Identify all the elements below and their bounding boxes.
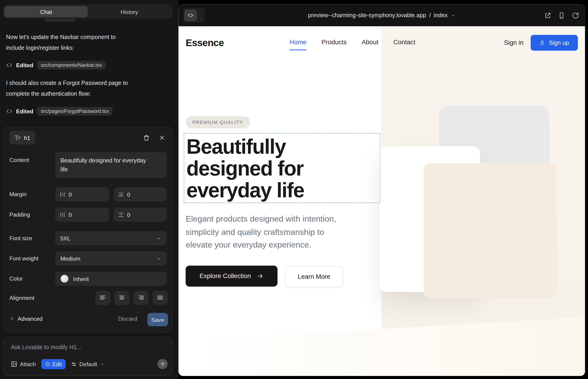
url-separator: / (429, 12, 431, 19)
close-icon[interactable] (156, 132, 168, 143)
tab-chat[interactable]: Chat (5, 6, 88, 17)
sign-up-label: Sign up (549, 39, 569, 46)
explore-collection-button[interactable]: Explore Collection (186, 266, 278, 287)
content-label: Content (9, 157, 29, 163)
app-root: Chat History Now let's update the Navbar… (0, 0, 588, 379)
color-swatch (60, 275, 69, 283)
cta-primary-label: Explore Collection (200, 272, 251, 280)
hero-heading-line: designed for (186, 158, 304, 179)
margin-x-input[interactable] (69, 191, 91, 198)
attach-label: Attach (20, 361, 36, 367)
arrow-right-icon (257, 273, 263, 279)
tab-history[interactable]: History (88, 6, 171, 17)
element-editor-panel: h1 Content Beautifully designed for ever… (3, 127, 172, 332)
chevron-down-icon (451, 13, 455, 18)
chevron-down-icon (156, 255, 162, 261)
code-icon (6, 108, 12, 114)
color-label: Color (9, 275, 23, 282)
mode-label: Default (79, 361, 97, 367)
margin-y-field[interactable] (113, 187, 167, 201)
chat-message-line: I should also create a Forgot Password p… (6, 77, 170, 88)
nav-link-contact[interactable]: Contact (393, 39, 415, 50)
chat-message-line: complete the authentication flow: (6, 88, 170, 99)
advanced-label: Advanced (18, 316, 43, 322)
align-right-button[interactable] (134, 291, 148, 305)
typography-icon (14, 134, 21, 141)
padding-x-field[interactable] (55, 207, 109, 222)
hero-description-line: Elegant products designed with intention… (186, 213, 336, 225)
mobile-view-icon[interactable] (558, 12, 565, 19)
hero-description: Elegant products designed with intention… (186, 213, 336, 252)
refresh-icon[interactable] (572, 12, 579, 19)
font-size-select[interactable]: 5XL (55, 231, 167, 245)
vertical-padding-icon (118, 212, 124, 218)
align-left-button[interactable] (95, 291, 110, 305)
padding-y-field[interactable] (113, 207, 167, 222)
decorative-card-beige (424, 163, 557, 298)
padding-x-input[interactable] (69, 211, 91, 218)
font-weight-label: Font weight (9, 255, 39, 262)
padding-label: Padding (9, 211, 30, 218)
content-textarea[interactable]: Beautifully designed for everyday life (55, 152, 167, 178)
chat-message: I should also create a Forgot Password p… (6, 77, 170, 99)
hero-heading-line: Beautifully (186, 136, 304, 158)
code-icon (6, 62, 12, 68)
sign-in-link[interactable]: Sign in (504, 39, 524, 47)
file-badge[interactable]: src/components/Navbar.tsx (37, 61, 106, 69)
send-button[interactable] (157, 359, 168, 369)
nav-link-products[interactable]: Products (322, 39, 347, 50)
sliders-icon (71, 361, 77, 367)
edited-label: Edited (16, 62, 33, 68)
align-center-button[interactable] (114, 291, 129, 305)
site-nav: Home Products About Contact (289, 39, 415, 50)
nav-link-about[interactable]: About (362, 39, 378, 50)
site-canvas: Essence Home Products About Contact Sign… (178, 26, 585, 376)
url-bar[interactable]: preview--charming-site-symphony.lovable.… (178, 5, 585, 26)
site-logo[interactable]: Essence (186, 37, 224, 49)
chevron-down-icon (100, 362, 105, 366)
learn-more-button[interactable]: Learn More (285, 266, 343, 287)
chevron-right-icon (9, 316, 14, 321)
chevron-down-icon (156, 235, 162, 241)
image-icon (11, 361, 17, 367)
premium-quality-badge: PREMIUM QUALITY (186, 116, 250, 128)
margin-label: Margin (9, 191, 27, 197)
sign-up-button[interactable]: Sign up (531, 35, 578, 51)
mode-select[interactable]: Default (71, 361, 105, 367)
target-icon (45, 362, 50, 367)
file-badge[interactable]: src/pages/ForgotPassword.tsx (37, 107, 113, 115)
font-weight-select[interactable]: Medium (55, 252, 167, 266)
hero-heading-line: everyday life (186, 179, 304, 201)
chat-message: Now let's update the Navbar component to… (6, 32, 170, 53)
discard-button[interactable]: Discard (118, 316, 137, 322)
element-tag-label: h1 (24, 134, 30, 141)
preview-url: preview--charming-site-symphony.lovable.… (308, 12, 426, 19)
margin-x-field[interactable] (55, 187, 109, 201)
composer-input[interactable] (11, 344, 164, 350)
edit-mode-label: Edit (52, 361, 62, 367)
chat-message-line: Now let's update the Navbar component to (6, 32, 170, 42)
nav-link-home[interactable]: Home (289, 39, 306, 50)
font-size-value: 5XL (60, 235, 70, 241)
attach-button[interactable]: Attach (11, 361, 36, 367)
padding-y-input[interactable] (127, 211, 150, 218)
align-justify-button[interactable] (153, 291, 168, 305)
margin-y-input[interactable] (127, 191, 150, 198)
preview-frame: preview--charming-site-symphony.lovable.… (178, 5, 585, 376)
chat-message-line: include login/register links: (6, 42, 170, 53)
hero-description-line: elevate your everyday experience. (186, 238, 336, 252)
composer-toolbar: Attach Edit Default (11, 359, 168, 369)
edited-file-row: Edited src/pages/ForgotPassword.tsx (6, 106, 113, 116)
hero-heading[interactable]: Beautifully designed for everyday life (186, 136, 304, 201)
chat-composer: Attach Edit Default (3, 337, 172, 376)
alignment-label: Alignment (9, 295, 34, 301)
edit-mode-button[interactable]: Edit (41, 359, 65, 369)
open-external-icon[interactable] (544, 12, 551, 19)
advanced-toggle[interactable]: Advanced (9, 316, 43, 322)
delete-element-button[interactable] (140, 132, 152, 143)
sidebar-tabs: Chat History (3, 5, 172, 19)
edited-label: Edited (16, 108, 33, 114)
color-select[interactable]: Inherit (55, 272, 167, 286)
chat-sidebar: Chat History Now let's update the Navbar… (0, 0, 178, 379)
save-button[interactable]: Save (147, 313, 168, 327)
